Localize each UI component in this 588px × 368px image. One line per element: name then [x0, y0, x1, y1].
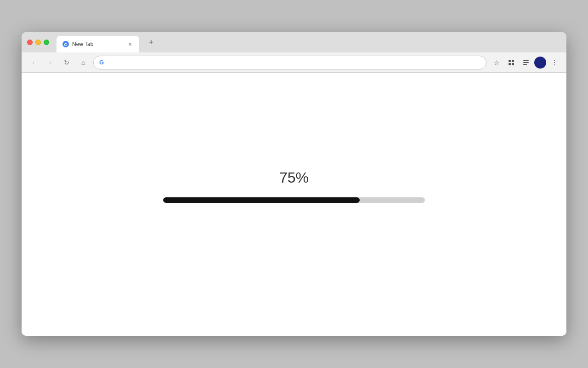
active-tab[interactable]: G New Tab ✕ — [57, 36, 139, 52]
title-bar: G New Tab ✕ + — [22, 32, 566, 52]
google-favicon: G — [99, 59, 104, 66]
tab-title: New Tab — [72, 41, 124, 47]
bookmark-button[interactable]: ☆ — [490, 56, 503, 69]
home-button[interactable]: ⌂ — [77, 56, 90, 69]
back-button[interactable]: ‹ — [27, 56, 40, 69]
progress-bar-fill — [163, 197, 360, 203]
browser-window: G New Tab ✕ + ‹ › ↻ ⌂ G ☆ — [22, 32, 566, 336]
address-bar[interactable]: G — [93, 56, 486, 69]
profile-avatar[interactable] — [534, 57, 546, 69]
extensions-button[interactable] — [505, 56, 518, 69]
tab-favicon: G — [62, 40, 69, 48]
reload-button[interactable]: ↻ — [60, 56, 73, 69]
svg-rect-5 — [512, 63, 514, 65]
svg-text:G: G — [64, 42, 67, 47]
new-tab-button[interactable]: + — [145, 36, 158, 49]
progress-label: 75% — [279, 169, 309, 186]
more-button[interactable]: ⋮ — [548, 56, 561, 69]
svg-rect-8 — [523, 64, 527, 65]
page-content: 75% — [22, 73, 566, 336]
toolbar-icons: ☆ ⋮ — [490, 56, 561, 69]
maximize-button[interactable] — [44, 40, 49, 45]
svg-rect-7 — [523, 62, 529, 63]
svg-rect-6 — [523, 60, 529, 61]
forward-button[interactable]: › — [44, 56, 57, 69]
tab-close-button[interactable]: ✕ — [126, 40, 134, 48]
url-input[interactable] — [107, 59, 481, 66]
tab-search-button[interactable] — [520, 56, 532, 69]
svg-rect-4 — [509, 63, 511, 65]
toolbar: ‹ › ↻ ⌂ G ☆ — [22, 52, 566, 73]
progress-bar-container — [163, 197, 425, 203]
traffic-lights — [27, 40, 49, 45]
svg-rect-2 — [509, 60, 511, 62]
minimize-button[interactable] — [35, 40, 41, 45]
svg-rect-3 — [512, 60, 514, 62]
close-button[interactable] — [27, 40, 33, 45]
